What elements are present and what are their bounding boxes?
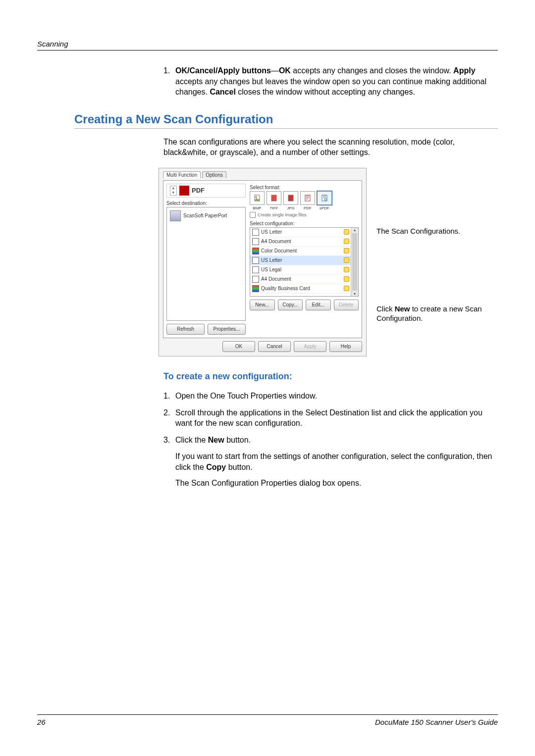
running-header: Scanning — [37, 40, 498, 48]
select-format-label: Select format: — [250, 185, 359, 190]
tab-multi-function[interactable]: Multi Function — [163, 171, 201, 178]
numbered-item: 1. OK/Cancel/Apply buttons—OK accepts an… — [163, 65, 498, 98]
page-number: 26 — [37, 718, 46, 726]
tabs-row: Multi Function Options — [163, 171, 362, 178]
doc-icon — [252, 248, 259, 254]
copy-button[interactable]: Copy... — [278, 300, 303, 310]
select-destination-label: Select destination: — [166, 201, 246, 206]
svg-rect-2 — [271, 195, 276, 201]
help-button[interactable]: Help — [329, 341, 362, 352]
intro-paragraph: The scan configurations are where you se… — [163, 137, 498, 158]
sub-heading: To create a new configuration: — [163, 371, 498, 382]
step-text: Scroll through the applications in the S… — [175, 407, 498, 429]
format-jpg[interactable] — [283, 191, 298, 205]
doc-icon — [252, 276, 259, 283]
svg-rect-3 — [288, 195, 293, 201]
format-bmp[interactable] — [250, 191, 265, 205]
doc-icon — [252, 229, 259, 236]
step-note: The Scan Configuration Properties dialog… — [175, 478, 498, 489]
delete-button[interactable]: Delete — [334, 300, 359, 310]
step-number: 1. — [163, 391, 175, 402]
apply-button[interactable]: Apply — [294, 341, 326, 352]
annotation-configs: The Scan Configurations. — [376, 226, 460, 236]
format-labels: BMP TIFF JPG PDF sPDF — [250, 206, 359, 210]
step-number: 2. — [163, 407, 175, 429]
step-item: 2. Scroll through the applications in th… — [163, 407, 498, 429]
refresh-button[interactable]: Refresh — [166, 324, 205, 335]
bold-run: Apply — [453, 66, 475, 75]
tab-options[interactable]: Options — [202, 171, 226, 178]
list-item[interactable]: US Letter — [261, 257, 282, 263]
bold-run: Cancel — [210, 88, 235, 96]
annotations: The Scan Configurations. Click New to cr… — [367, 168, 485, 356]
section-heading: Creating a New Scan Configuration — [74, 112, 498, 129]
pdf-icon — [179, 186, 189, 196]
bold-run: OK — [279, 66, 291, 75]
list-item[interactable]: Color Document — [261, 248, 297, 253]
footer-title: DocuMate 150 Scanner User's Guide — [375, 718, 498, 726]
format-tiff[interactable] — [267, 191, 281, 205]
doc-icon — [252, 285, 259, 292]
format-spinner[interactable]: ▴▾ — [170, 186, 177, 196]
step-note: If you want to start from the settings o… — [175, 451, 498, 472]
single-files-checkbox[interactable] — [250, 212, 256, 218]
item-number: 1. — [163, 65, 175, 98]
item-text: OK/Cancel/Apply buttons—OK accepts any c… — [175, 65, 498, 98]
select-configuration-label: Select configuration: — [250, 221, 359, 226]
bold-run: OK/Cancel/Apply buttons — [175, 66, 271, 75]
lock-icon — [344, 229, 349, 235]
list-item[interactable]: US Letter — [261, 229, 282, 235]
step-text: Open the One Touch Properties window. — [175, 391, 317, 402]
doc-icon — [252, 257, 259, 264]
step-text: Click the New button. — [175, 435, 251, 446]
current-format-display: ▴▾ PDF — [166, 184, 246, 198]
lock-icon — [344, 267, 349, 272]
annotation-new: Click New to create a new Scan Configura… — [376, 304, 485, 323]
lock-icon — [344, 257, 349, 263]
list-item[interactable]: Quality Business Card — [261, 286, 310, 291]
list-item[interactable]: US Legal — [261, 267, 281, 272]
step-number: 3. — [163, 435, 175, 446]
format-row — [250, 191, 359, 205]
single-files-label: Create single image files — [258, 212, 307, 217]
footer-rule — [37, 714, 498, 715]
ok-button[interactable]: OK — [222, 341, 255, 352]
list-item[interactable]: A4 Document — [261, 239, 291, 244]
lock-icon — [344, 239, 349, 244]
list-item[interactable]: A4 Document — [261, 276, 291, 282]
properties-button[interactable]: Properties... — [208, 324, 246, 335]
destination-item[interactable]: ScanSoft PaperPort — [169, 209, 243, 222]
new-button[interactable]: New... — [250, 300, 275, 310]
configuration-list[interactable]: US Letter A4 Document Color Document US … — [250, 227, 359, 297]
pdf-label: PDF — [192, 187, 205, 194]
dialog-screenshot: Multi Function Options ▴▾ PDF Select des… — [159, 168, 367, 356]
scrollbar[interactable]: ▴▾ — [351, 228, 358, 296]
destination-list[interactable]: ScanSoft PaperPort — [166, 207, 246, 321]
doc-icon — [252, 238, 259, 245]
header-rule — [37, 50, 498, 50]
cancel-button[interactable]: Cancel — [258, 341, 291, 352]
format-spdf[interactable] — [317, 191, 332, 205]
doc-icon — [252, 266, 259, 273]
lock-icon — [344, 276, 349, 282]
lock-icon — [344, 248, 349, 253]
format-pdf[interactable] — [300, 191, 315, 205]
step-item: 1. Open the One Touch Properties window. — [163, 391, 498, 402]
lock-icon — [344, 286, 349, 291]
step-item: 3. Click the New button. — [163, 435, 498, 446]
svg-point-1 — [256, 196, 257, 198]
app-icon — [170, 210, 181, 221]
destination-label: ScanSoft PaperPort — [183, 213, 227, 218]
edit-button[interactable]: Edit... — [306, 300, 331, 310]
